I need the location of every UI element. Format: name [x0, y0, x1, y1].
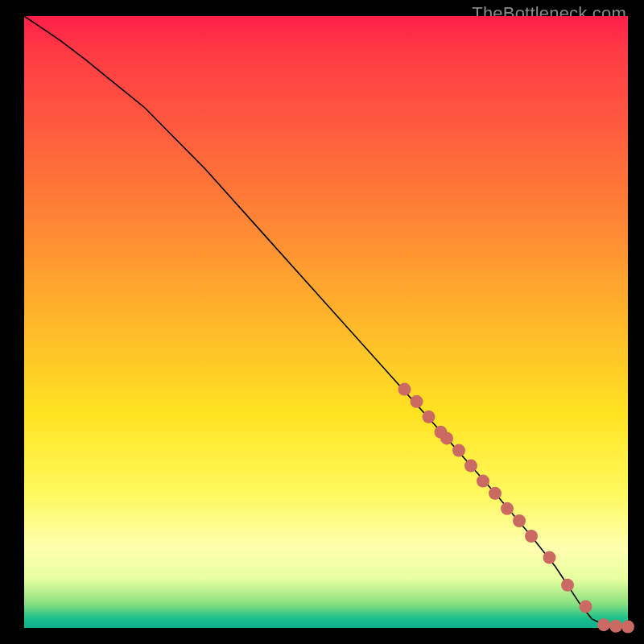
highlighted-point	[597, 618, 610, 631]
highlighted-point	[561, 579, 574, 592]
highlighted-point	[398, 383, 411, 396]
highlighted-point	[580, 600, 592, 613]
highlighted-point	[543, 551, 556, 564]
highlighted-point	[621, 620, 634, 633]
highlighted-point	[423, 411, 436, 423]
highlighted-point	[489, 487, 502, 500]
highlighted-point	[452, 444, 465, 457]
chart-svg	[24, 16, 628, 628]
plot-area	[24, 16, 628, 628]
highlighted-point	[609, 620, 622, 633]
highlighted-point	[513, 514, 526, 527]
highlighted-point	[477, 475, 489, 488]
highlighted-marker-group	[398, 383, 635, 634]
chart-frame: TheBottleneck.com	[0, 0, 644, 644]
highlighted-point	[464, 460, 477, 473]
highlighted-point	[525, 530, 538, 543]
highlighted-point	[440, 431, 453, 444]
highlighted-point	[501, 502, 514, 515]
highlighted-point	[411, 395, 423, 408]
